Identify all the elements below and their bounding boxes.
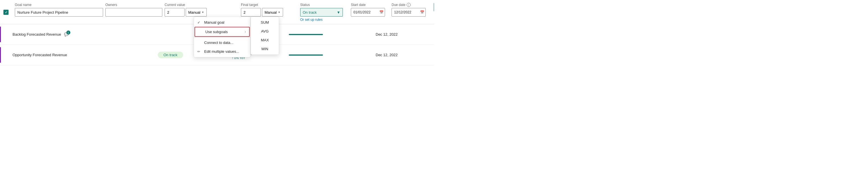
menu-item-use-subgoals[interactable]: Use subgoals › xyxy=(194,27,250,37)
final-target-group: Manual ▼ xyxy=(241,8,298,17)
final-target-dropdown[interactable]: Manual ▼ xyxy=(262,8,283,17)
menu-item-edit-multiple[interactable]: ✏ Edit multiple values... xyxy=(194,47,250,56)
status-column: Status On track ▼ Or set up rules xyxy=(300,3,348,22)
goal-name-header: Goal name xyxy=(15,3,103,7)
chevron-down-icon-status: ▼ xyxy=(337,10,340,15)
start-date-input[interactable]: 01/01/2022 📅 xyxy=(351,8,385,17)
due-date-value: 12/12/2022 xyxy=(394,10,411,14)
info-icon: i xyxy=(407,3,411,7)
current-value-group: Manual ▼ xyxy=(164,8,239,17)
save-button[interactable]: Save xyxy=(434,3,434,11)
owners-input[interactable] xyxy=(105,8,162,17)
final-target-header: Final target xyxy=(241,3,298,7)
goal-name-cell-2: Opportunity Forecasted Revenue xyxy=(12,53,101,57)
setup-rules-link[interactable]: Or set up rules xyxy=(300,18,348,22)
menu-item-use-subgoals-label: Use subgoals xyxy=(205,30,228,34)
submenu-item-max[interactable]: MAX xyxy=(251,36,279,45)
status-value: On track xyxy=(303,10,317,15)
menu-item-connect-data[interactable]: Connect to data... xyxy=(194,38,250,47)
due-date-cell-1: Dec 12, 2022 xyxy=(376,32,415,36)
current-value-input[interactable] xyxy=(164,8,185,17)
due-date-column: Due date i 12/12/2022 📅 xyxy=(392,3,431,17)
progress-fill-1 xyxy=(289,34,323,35)
final-target-input[interactable] xyxy=(241,8,261,17)
start-date-column: Start date 01/01/2022 📅 xyxy=(351,3,389,17)
status-cell-1 xyxy=(289,34,337,35)
progress-bar-2 xyxy=(289,54,323,56)
submenu: SUM AVG MAX MIN xyxy=(251,17,279,55)
current-value-dropdown[interactable]: Manual ▼ xyxy=(186,8,207,17)
status-cell-2 xyxy=(289,54,337,56)
menu-item-manual-goal-label: Manual goal xyxy=(204,20,224,25)
comment-icon-1[interactable]: 💬 1 xyxy=(64,32,69,36)
owners-column: Owners xyxy=(105,3,162,17)
row-accent-bar xyxy=(0,27,1,42)
current-value-header: Current value xyxy=(164,3,239,7)
due-date-cell-2: Dec 12, 2022 xyxy=(376,53,415,57)
final-target-column: Final target Manual ▼ xyxy=(241,3,298,17)
submenu-item-sum[interactable]: SUM xyxy=(251,18,279,27)
row-checkbox[interactable] xyxy=(3,3,12,15)
goal-name-column: Goal name xyxy=(15,3,103,17)
calendar-icon: 📅 xyxy=(379,10,383,14)
check-icon: ✓ xyxy=(197,21,202,25)
actions-column: Save Cancel xyxy=(434,3,434,12)
dropdown-menu: ✓ Manual goal Use subgoals › Connect to … xyxy=(194,17,251,57)
due-date-input[interactable]: 12/12/2022 📅 xyxy=(392,8,426,17)
goal-name-1: Backlog Forecasted Revenue xyxy=(12,32,61,36)
checkbox-checked[interactable] xyxy=(3,10,8,15)
pencil-icon: ✏ xyxy=(197,50,202,54)
submenu-item-min[interactable]: MIN xyxy=(251,45,279,53)
chevron-down-icon: ▼ xyxy=(202,11,204,14)
row-accent-bar-2 xyxy=(0,47,1,63)
current-value-dropdown-label: Manual xyxy=(188,10,200,15)
goal-name-cell-1: Backlog Forecasted Revenue 💬 1 xyxy=(12,32,101,36)
status-dropdown[interactable]: On track ▼ xyxy=(300,8,343,17)
progress-bar-1 xyxy=(289,34,323,35)
owners-header: Owners xyxy=(105,3,162,7)
menu-item-manual-goal[interactable]: ✓ Manual goal xyxy=(194,18,250,27)
start-date-header: Start date xyxy=(351,3,389,7)
chevron-down-icon-ft: ▼ xyxy=(278,11,280,14)
actions-row: Save Cancel xyxy=(434,3,434,12)
final-target-dropdown-label: Manual xyxy=(265,10,277,15)
comment-badge-1: 1 xyxy=(66,30,70,34)
status-header: Status xyxy=(300,3,348,7)
calendar-icon-due: 📅 xyxy=(420,10,424,14)
arrow-right-icon: › xyxy=(245,30,246,33)
goals-table: Goal name Owners Current value Manual ▼ … xyxy=(0,0,434,65)
start-date-value: 01/01/2022 xyxy=(353,10,371,14)
goal-name-input[interactable] xyxy=(15,8,103,17)
due-date-header: Due date i xyxy=(392,3,431,7)
goal-name-2: Opportunity Forecasted Revenue xyxy=(12,53,67,57)
submenu-item-avg[interactable]: AVG xyxy=(251,27,279,36)
on-track-pill-2: On track xyxy=(158,52,183,58)
menu-item-connect-data-label: Connect to data... xyxy=(204,41,234,45)
progress-fill-2 xyxy=(289,54,323,56)
menu-item-edit-multiple-label: Edit multiple values... xyxy=(204,49,239,54)
current-value-column: Current value Manual ▼ xyxy=(164,3,239,17)
